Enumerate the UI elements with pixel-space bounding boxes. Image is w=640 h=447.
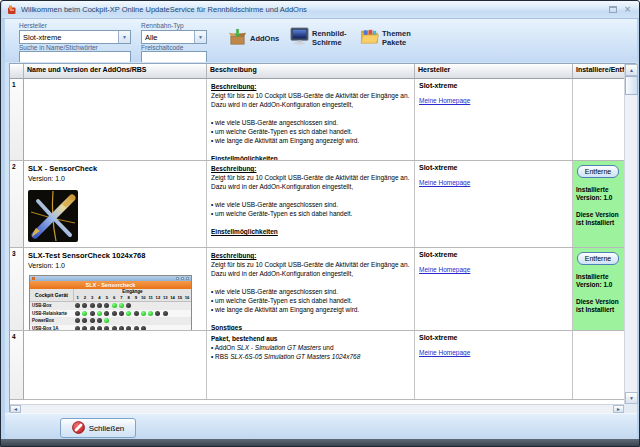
tab-addons-label: AddOns (250, 35, 279, 44)
bullet-item: wie lange die Aktivität am Eingang angez… (211, 305, 410, 314)
sensor-dot-inactive (82, 303, 87, 308)
sensorcheck-device-row: USB-Relaiskarte (30, 310, 191, 318)
tab-rennbildschirme[interactable]: Rennbild- Schirme (290, 27, 347, 50)
scroll-up-icon[interactable]: ▲ (625, 64, 638, 76)
sensorcheck-device-name: USB-Box (30, 303, 74, 308)
bottom-bar: Schließen (5, 413, 637, 441)
sensorcheck-screenshot: SLX - SensorcheckCockpit GerätEingänge12… (29, 275, 192, 330)
description-line: Dazu wird in der AddOn-Konfiguration ein… (211, 269, 410, 278)
sensor-dot-inactive (112, 326, 117, 330)
sensor-dot-inactive (126, 303, 131, 308)
description-title: Paket, bestehend aus (211, 334, 410, 343)
column-header-hersteller[interactable]: Hersteller (415, 64, 573, 79)
sensorcheck-dot-slot (154, 311, 161, 316)
row-number[interactable]: 4 (10, 331, 24, 399)
rennbahn-typ-label: Rennbahn-Typ (141, 22, 184, 29)
sensorcheck-device-header: Cockpit Gerät (30, 289, 74, 301)
scroll-down-icon[interactable]: ▼ (625, 392, 638, 404)
vertical-scrollbar[interactable]: ▲ ▼ (624, 64, 637, 404)
sensorcheck-dot-slot (162, 326, 169, 330)
sensorcheck-column-number: 5 (103, 295, 110, 300)
scrollbar-corner (624, 404, 637, 413)
entferne-button[interactable]: Entferne (577, 165, 619, 178)
sensorcheck-dot-slot (183, 311, 190, 316)
sensorcheck-column-numbers: 12345678910111213141516 (74, 295, 191, 300)
sensor-dot-inactive (134, 311, 139, 316)
bullet-item: um welche Geräte-Typen es sich dabei han… (211, 127, 410, 136)
description-line: Zeigt für bis zu 10 Cockpit USB-Geräte d… (211, 260, 410, 269)
hersteller-select[interactable]: Slot-xtreme ▼ (19, 30, 131, 44)
titlebar[interactable]: Willkommen beim Cockpit-XP Online Update… (2, 1, 639, 19)
scroll-left-icon[interactable]: ◄ (10, 405, 21, 413)
sensorcheck-dot-slot (96, 311, 103, 316)
close-icon[interactable]: ✕ (624, 6, 631, 14)
folder-icon (360, 27, 379, 50)
row-number[interactable]: 3 (10, 248, 24, 330)
sensorcheck-column-number: 3 (89, 295, 96, 300)
sensorcheck-column-number: 15 (176, 295, 183, 300)
scroll-right-icon[interactable]: ► (613, 405, 624, 413)
sensorcheck-dot-slot (96, 303, 103, 308)
restore-button[interactable] (609, 6, 617, 13)
bullet-item: um welche Geräte-Typen es sich dabei han… (211, 296, 410, 305)
sensorcheck-dot-slot (140, 326, 147, 330)
install-cell (573, 331, 624, 399)
sensorcheck-dots (74, 318, 191, 323)
sensorcheck-dot-slot (132, 318, 139, 323)
update-service-window: Willkommen beim Cockpit-XP Online Update… (0, 0, 640, 447)
sensorcheck-column-number: 10 (140, 295, 147, 300)
schliessen-button[interactable]: Schließen (60, 418, 136, 438)
row-number[interactable]: 1 (10, 79, 24, 160)
sensorcheck-header: Cockpit GerätEingänge1234567891011121314… (30, 289, 191, 302)
sensorcheck-dot-slot (110, 326, 117, 330)
row-number[interactable]: 2 (10, 161, 24, 247)
bullet-list: wie viele USB-Geräte angeschlossen sind.… (211, 118, 410, 145)
sensorcheck-dot-slot (81, 311, 88, 316)
hersteller-homepage-link[interactable]: Meine Homepage (419, 349, 470, 356)
sensorcheck-dot-slot (74, 311, 81, 316)
horizontal-scrollbar[interactable]: ◄ ► (10, 404, 624, 413)
column-header-rownum[interactable] (10, 64, 24, 79)
hersteller-homepage-link[interactable]: Meine Homepage (419, 97, 470, 104)
sensorcheck-dot-slot (147, 311, 154, 316)
sensorcheck-dot-slot (125, 326, 132, 330)
sensorcheck-dot-slot (96, 326, 103, 330)
sensorcheck-device-name: USB-Box 1A (30, 326, 74, 330)
sensorcheck-dot-slot (118, 311, 125, 316)
column-header-beschreibung[interactable]: Beschreibung (207, 64, 415, 79)
column-header-installiere[interactable]: Installiere/Entfe (573, 64, 624, 79)
vertical-scroll-thumb[interactable] (625, 76, 638, 95)
column-header-name[interactable]: Name und Version der AddOns/RBS (24, 64, 207, 79)
description-line: Dazu wird in der AddOn-Konfiguration ein… (211, 182, 410, 191)
sensor-dot-active (148, 311, 153, 316)
sensorcheck-column-number: 2 (81, 295, 88, 300)
sensorcheck-dot-slot (103, 303, 110, 308)
table-row: 3SLX-Test SensorCheck 1024x768Version: 1… (10, 248, 624, 331)
sensorcheck-dot-slot (118, 318, 125, 323)
sensorcheck-dots (74, 303, 191, 308)
tab-addons[interactable]: AddOns (228, 28, 279, 51)
rennbahn-typ-select[interactable]: Alle ▼ (141, 30, 207, 44)
entferne-button[interactable]: Entferne (577, 252, 619, 265)
sensorcheck-dot-slot (110, 303, 117, 308)
sensor-dot-inactive (97, 303, 102, 308)
sensorcheck-dot-slot (183, 326, 190, 330)
sensorcheck-column-number: 7 (118, 295, 125, 300)
hersteller-homepage-link[interactable]: Meine Homepage (419, 179, 470, 186)
addon-name-cell: SLX-Test SensorCheck 1024x768Version: 1.… (24, 248, 207, 330)
chevron-down-icon[interactable]: ▼ (118, 31, 130, 43)
tab-themenpakete[interactable]: Themen Pakete (360, 27, 411, 50)
hersteller-homepage-link[interactable]: Meine Homepage (419, 266, 470, 273)
sensor-dot-inactive (75, 318, 80, 323)
chevron-down-icon[interactable]: ▼ (194, 31, 206, 43)
addon-name: SLX-Test SensorCheck 1024x768 (28, 251, 202, 260)
rennbahn-typ-value: Alle (142, 33, 194, 42)
sensorcheck-column-number: 12 (154, 295, 161, 300)
sensorcheck-dot-slot (154, 318, 161, 323)
sensorcheck-device-name: USB-Relaiskarte (30, 311, 74, 316)
sensorcheck-dot-slot (81, 303, 88, 308)
sensorcheck-dot-slot (140, 318, 147, 323)
sensorcheck-dot-slot (162, 311, 169, 316)
sensorcheck-dot-slot (96, 318, 103, 323)
sensor-dot-inactive (75, 303, 80, 308)
